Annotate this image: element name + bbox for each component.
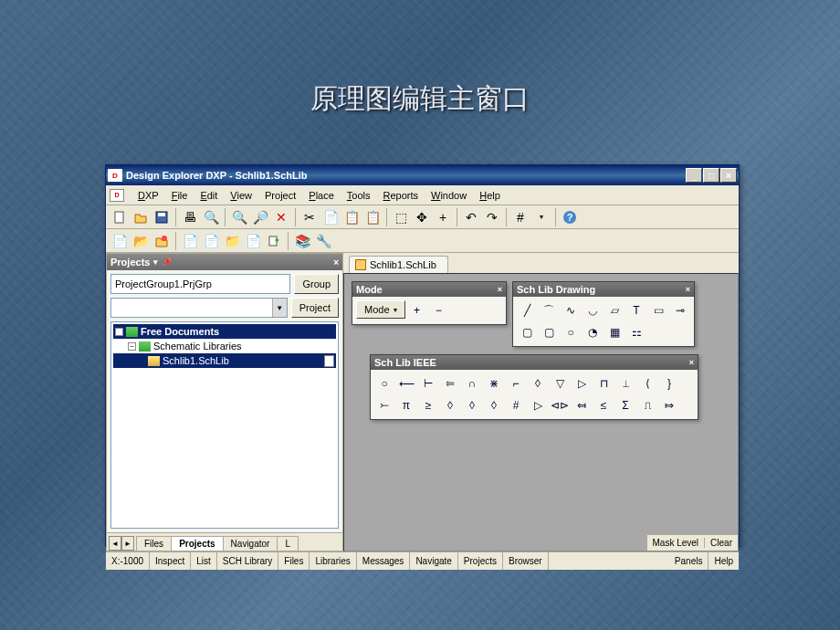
tab-nav-right-icon[interactable]: ► bbox=[121, 536, 134, 551]
status-libraries[interactable]: Libraries bbox=[310, 552, 356, 570]
ieee-postpone-icon[interactable]: ⌐ bbox=[506, 373, 526, 394]
export-icon[interactable] bbox=[264, 231, 284, 251]
print-preview-icon[interactable]: 🔍 bbox=[201, 207, 221, 227]
ellipse-arc-icon[interactable]: ◡ bbox=[583, 300, 603, 320]
folder-special-icon[interactable] bbox=[152, 231, 172, 251]
drawing-panel[interactable]: Sch Lib Drawing× ╱ ⌒ ∿ ◡ ▱ T ▭ ⊸ ▢ ▢ ○ ◔ bbox=[512, 281, 695, 347]
new-doc-icon[interactable]: 📄 bbox=[110, 231, 130, 251]
library-icon[interactable]: 📚 bbox=[292, 231, 312, 251]
array-icon[interactable]: ⚏ bbox=[626, 322, 646, 342]
ieee-open-emitter-pd-icon[interactable]: ◊ bbox=[484, 395, 504, 415]
tab-nav-left-icon[interactable]: ◄ bbox=[109, 536, 121, 551]
crosshair-icon[interactable]: + bbox=[433, 207, 453, 227]
ieee-sigma-icon[interactable]: Σ bbox=[615, 395, 635, 415]
ieee-bidir-icon[interactable]: ⊲⊳ bbox=[550, 395, 570, 415]
status-navigate[interactable]: Navigate bbox=[410, 552, 457, 570]
status-messages[interactable]: Messages bbox=[357, 552, 411, 570]
ieee-active-low-in-icon[interactable]: ⥢ bbox=[440, 373, 460, 394]
menu-edit[interactable]: Edit bbox=[194, 188, 224, 203]
projects-header[interactable]: Projects ▾ 📌 × bbox=[107, 254, 342, 270]
text-icon[interactable]: T bbox=[626, 300, 646, 320]
doc-tab[interactable]: Schlib1.SchLib bbox=[349, 256, 448, 273]
print-icon[interactable]: 🖶 bbox=[180, 207, 200, 227]
paste-icon[interactable]: 📋 bbox=[341, 207, 362, 227]
help-icon[interactable]: ? bbox=[560, 207, 580, 227]
dropdown-icon[interactable]: ▾ bbox=[153, 257, 158, 267]
ieee-group-line-icon[interactable]: ⟨ bbox=[637, 373, 657, 394]
status-inspect[interactable]: Inspect bbox=[150, 552, 191, 570]
bezier-icon[interactable]: ∿ bbox=[561, 300, 581, 320]
status-panels[interactable]: Panels bbox=[669, 552, 709, 570]
ellipse-icon[interactable]: ○ bbox=[561, 322, 581, 342]
frame-icon[interactable]: ▭ bbox=[648, 300, 668, 320]
image-icon[interactable]: ▦ bbox=[604, 322, 625, 342]
polyline-icon[interactable]: ▱ bbox=[604, 300, 625, 320]
ieee-analog-icon[interactable]: ∩ bbox=[462, 373, 482, 394]
ieee-high-current-icon[interactable]: ▷ bbox=[572, 373, 592, 394]
doc-icon-3[interactable]: 📄 bbox=[243, 231, 263, 251]
ieee-invert-icon[interactable]: ▷ bbox=[528, 395, 548, 415]
save-icon[interactable] bbox=[152, 207, 172, 227]
ieee-open-collector-pu-icon[interactable]: ◊ bbox=[440, 395, 460, 415]
ieee-not-icon[interactable]: ⋇ bbox=[484, 373, 504, 394]
round-rect-icon[interactable]: ▢ bbox=[539, 322, 559, 342]
tree-child[interactable]: − Schematic Libraries bbox=[113, 339, 336, 353]
project-combo[interactable]: ▼ bbox=[110, 298, 288, 318]
collapse-icon[interactable]: − bbox=[128, 342, 136, 351]
ieee-shift-right-icon[interactable]: ⤇ bbox=[659, 395, 679, 415]
menu-project[interactable]: Project bbox=[258, 188, 302, 203]
mode-add-icon[interactable]: + bbox=[407, 300, 427, 320]
grid-icon[interactable]: # bbox=[510, 207, 530, 227]
doc-icon-1[interactable]: 📄 bbox=[180, 231, 200, 251]
component-icon[interactable]: 🔧 bbox=[313, 231, 333, 251]
undo-icon[interactable]: ↶ bbox=[461, 207, 481, 227]
status-files[interactable]: Files bbox=[278, 552, 310, 570]
project-tree[interactable]: − Free Documents − Schematic Libraries S… bbox=[110, 321, 339, 529]
status-help[interactable]: Help bbox=[709, 552, 739, 570]
ieee-pulse-icon[interactable]: ⊓ bbox=[593, 373, 614, 394]
ieee-shift-left-icon[interactable]: ⤆ bbox=[572, 395, 592, 415]
title-bar[interactable]: D Design Explorer DXP - Schlib1.SchLib _… bbox=[106, 165, 739, 185]
ieee-digital-icon[interactable]: # bbox=[506, 395, 526, 415]
project-button[interactable]: Project bbox=[291, 298, 339, 318]
minimize-button[interactable]: _ bbox=[686, 168, 702, 183]
collapse-icon[interactable]: − bbox=[115, 328, 123, 336]
ieee-open-collector-icon[interactable]: ◊ bbox=[528, 373, 548, 394]
rect-icon[interactable]: ▢ bbox=[517, 322, 537, 342]
ieee-hiz-icon[interactable]: ▽ bbox=[550, 373, 570, 394]
line-icon[interactable]: ╱ bbox=[517, 300, 537, 320]
tab-files[interactable]: Files bbox=[136, 536, 172, 551]
status-browser[interactable]: Browser bbox=[503, 552, 549, 570]
ieee-delay-icon[interactable]: ⟂ bbox=[615, 373, 635, 394]
menu-file[interactable]: File bbox=[165, 188, 194, 203]
tree-leaf[interactable]: Schlib1.SchLib bbox=[113, 353, 336, 368]
clear-button[interactable]: Clear bbox=[705, 538, 738, 548]
close-icon[interactable]: × bbox=[689, 358, 694, 367]
cut-icon[interactable]: ✂ bbox=[299, 207, 320, 227]
canvas[interactable]: Mode× Mode ▾ + − Sch Lib Drawing× ╱ ⌒ ∿ … bbox=[343, 273, 739, 551]
zoom-cancel-icon[interactable]: ✕ bbox=[271, 207, 291, 227]
select-rect-icon[interactable]: ⬚ bbox=[391, 207, 411, 227]
ieee-ge-icon[interactable]: ≥ bbox=[418, 395, 438, 415]
ieee-active-low-out-icon[interactable]: ⤚ bbox=[374, 395, 394, 415]
ieee-dot-icon[interactable]: ○ bbox=[374, 373, 394, 394]
ieee-clock-icon[interactable]: ⊢ bbox=[418, 373, 438, 394]
open-folder-icon[interactable]: 📂 bbox=[131, 231, 151, 251]
ieee-schmitt-icon[interactable]: ⎍ bbox=[637, 395, 657, 415]
mode-remove-icon[interactable]: − bbox=[429, 300, 449, 320]
ieee-panel[interactable]: Sch Lib IEEE× ○ ⟵ ⊢ ⥢ ∩ ⋇ ⌐ ◊ ▽ ▷ ⊓ ⟂ bbox=[370, 354, 698, 420]
ieee-left-icon[interactable]: ⟵ bbox=[396, 373, 416, 394]
menu-reports[interactable]: Reports bbox=[377, 188, 425, 203]
menu-tools[interactable]: Tools bbox=[341, 188, 377, 203]
tab-l[interactable]: L bbox=[277, 536, 299, 551]
menu-place[interactable]: Place bbox=[302, 188, 341, 203]
tree-root[interactable]: − Free Documents bbox=[113, 324, 336, 339]
folder-icon-2[interactable]: 📁 bbox=[222, 231, 242, 251]
ieee-group-binary-icon[interactable]: } bbox=[659, 373, 679, 394]
copy-icon[interactable]: 📄 bbox=[320, 207, 341, 227]
menu-dxp[interactable]: DDXPXP bbox=[131, 188, 165, 203]
maximize-button[interactable]: □ bbox=[703, 168, 719, 183]
ieee-open-emitter-icon[interactable]: ◊ bbox=[462, 395, 482, 415]
doc-icon-2[interactable]: 📄 bbox=[201, 231, 221, 251]
close-icon[interactable]: × bbox=[686, 285, 690, 294]
